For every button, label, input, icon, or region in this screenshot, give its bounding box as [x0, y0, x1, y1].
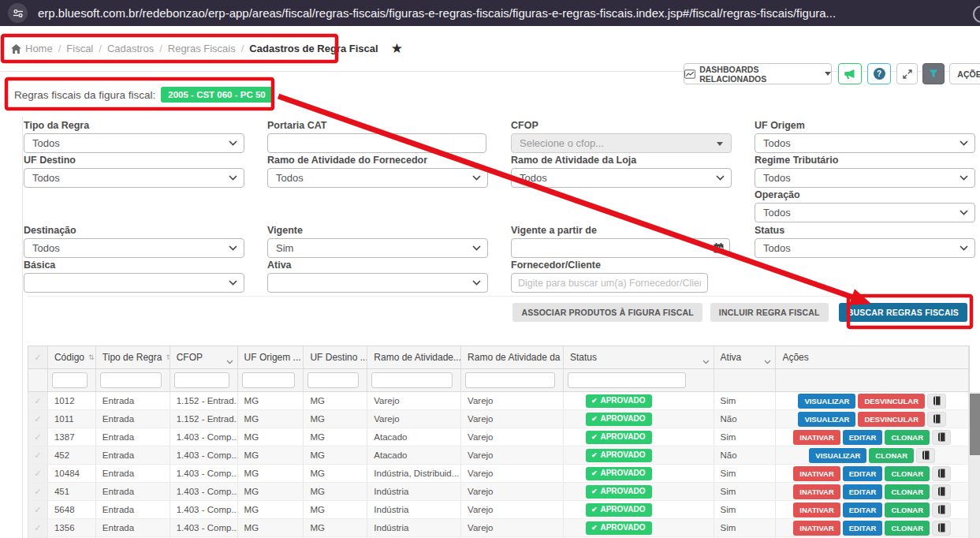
col-header-codigo[interactable]: Código⇅: [48, 346, 96, 368]
clonar-button[interactable]: CLONAR: [885, 466, 930, 481]
regime-tributario-select[interactable]: Todos: [755, 168, 975, 188]
operacao-select[interactable]: Todos: [755, 203, 975, 222]
desvincular-button[interactable]: DESVINCULAR: [858, 394, 925, 409]
cfop-select[interactable]: Selecione o cfop...: [511, 133, 732, 153]
col-header-status[interactable]: Status: [564, 346, 714, 368]
clonar-button[interactable]: CLONAR: [869, 448, 914, 463]
col-header-cfop[interactable]: CFOP: [170, 346, 238, 368]
url-text[interactable]: erp.bluesoft.com.br/redebonzao/erp-app/a…: [38, 0, 836, 26]
fornecedor-cliente-input[interactable]: [511, 273, 708, 293]
audit-log-button[interactable]: [932, 503, 951, 517]
destinacao-select[interactable]: Todos: [24, 238, 244, 258]
row-checkbox[interactable]: ✓: [28, 483, 48, 500]
destinacao-label: Destinação: [24, 225, 243, 236]
editar-button[interactable]: EDITAR: [843, 484, 883, 499]
announcements-button[interactable]: [838, 63, 862, 84]
uf-destino-select[interactable]: Todos: [24, 168, 244, 188]
col-header-ativa[interactable]: Ativa: [714, 346, 777, 368]
favorite-star-icon[interactable]: ★: [391, 40, 403, 57]
col-header-uf-origem[interactable]: UF Origem ...: [238, 346, 304, 368]
incluir-regra-button[interactable]: INCLUIR REGRA FISCAL: [710, 303, 829, 322]
cell-acoes: INATIVAREDITARCLONAR: [776, 483, 969, 500]
row-checkbox[interactable]: ✓: [28, 410, 48, 428]
help-button[interactable]: ?: [867, 63, 891, 84]
col-filter-ramo-atividade-fornecedor: [367, 369, 461, 391]
col-filter-input-tipo-de-regra[interactable]: [100, 372, 162, 388]
inativar-button[interactable]: INATIVAR: [793, 466, 840, 481]
uf-origem-select[interactable]: Todos: [755, 133, 975, 153]
row-checkbox[interactable]: ✓: [28, 519, 48, 536]
row-checkbox[interactable]: ✓: [28, 501, 48, 518]
inativar-button[interactable]: INATIVAR: [793, 430, 840, 445]
col-header-uf-destino[interactable]: UF Destino ...: [304, 346, 367, 368]
chevron-down-icon: [229, 175, 237, 181]
col-header-tipo-de-regra[interactable]: Tipo de Regra⇅: [96, 346, 170, 368]
inativar-button[interactable]: INATIVAR: [793, 503, 840, 517]
check-icon: ✔: [591, 487, 598, 496]
acoes-button[interactable]: AÇÕES: [949, 63, 980, 84]
audit-log-button[interactable]: [932, 466, 951, 481]
audit-log-button[interactable]: [932, 484, 951, 499]
audit-log-button[interactable]: [927, 394, 946, 409]
col-filter-input-ramo-atividade-loja[interactable]: [465, 372, 555, 388]
audit-log-button[interactable]: [932, 430, 951, 445]
vigente-a-partir-de-input[interactable]: [511, 238, 730, 258]
associar-produtos-button[interactable]: ASSOCIAR PRODUTOS À FIGURA FISCAL: [512, 303, 702, 322]
portaria-cat-input[interactable]: [267, 133, 486, 153]
vigente-select[interactable]: Sim: [267, 238, 488, 258]
clonar-button[interactable]: CLONAR: [885, 521, 930, 536]
row-checkbox[interactable]: ✓: [28, 465, 48, 482]
visualizar-button[interactable]: VISUALIZAR: [809, 448, 866, 463]
col-filter-input-codigo[interactable]: [52, 372, 88, 388]
dashboards-relacionados-button[interactable]: DASHBOARDS RELACIONADOS: [684, 63, 832, 84]
tipo-da-regra-select[interactable]: Todos: [24, 133, 244, 153]
col-header-select[interactable]: ✓: [28, 346, 48, 368]
clonar-button[interactable]: CLONAR: [885, 484, 930, 499]
editar-button[interactable]: EDITAR: [843, 521, 883, 536]
breadcrumb-home[interactable]: Home: [25, 43, 53, 54]
status-select[interactable]: Todos: [755, 238, 975, 258]
clonar-button[interactable]: CLONAR: [885, 503, 930, 517]
inativar-button[interactable]: INATIVAR: [793, 484, 840, 499]
audit-log-button[interactable]: [916, 448, 935, 463]
ativa-select[interactable]: [267, 273, 488, 293]
buscar-regras-button[interactable]: BUSCAR REGRAS FISCAIS: [839, 303, 967, 322]
audit-log-button[interactable]: [927, 412, 946, 427]
col-header-ramo-atividade-fornecedor[interactable]: Ramo de Atividade...: [367, 346, 461, 368]
col-filter-input-uf-destino[interactable]: [307, 372, 359, 388]
vigente-value: Sim: [276, 242, 293, 254]
basica-select[interactable]: [24, 273, 244, 293]
col-filter-input-status[interactable]: [568, 372, 686, 388]
fullscreen-button[interactable]: [896, 63, 918, 84]
row-checkbox[interactable]: ✓: [28, 446, 48, 464]
col-header-acoes[interactable]: Ações: [776, 346, 969, 368]
editar-button[interactable]: EDITAR: [843, 466, 883, 481]
col-filter-input-cfop[interactable]: [174, 372, 229, 388]
chevron-down-icon: [960, 245, 968, 251]
cell-codigo: 452: [48, 446, 96, 464]
inativar-button[interactable]: INATIVAR: [793, 521, 840, 536]
clonar-button[interactable]: CLONAR: [885, 430, 930, 445]
col-filter-input-uf-origem[interactable]: [242, 372, 296, 388]
desvincular-button[interactable]: DESVINCULAR: [858, 412, 925, 427]
browser-avatar-icon[interactable]: [973, 6, 980, 23]
calendar-icon[interactable]: [714, 243, 724, 253]
ramo-fornecedor-select[interactable]: Todos: [267, 168, 488, 188]
site-settings-icon[interactable]: [8, 3, 28, 23]
col-header-ramo-atividade-loja[interactable]: Ramo de Atividade da L...: [461, 346, 564, 368]
visualizar-button[interactable]: VISUALIZAR: [798, 394, 855, 409]
breadcrumb-fiscal[interactable]: Fiscal: [66, 43, 93, 54]
editar-button[interactable]: EDITAR: [843, 430, 883, 445]
audit-log-button[interactable]: [932, 521, 951, 536]
row-checkbox[interactable]: ✓: [28, 392, 48, 409]
filter-toggle-button[interactable]: [922, 63, 945, 84]
editar-button[interactable]: EDITAR: [843, 503, 883, 517]
table-scrollbar[interactable]: [970, 392, 980, 538]
breadcrumb-regras-fiscais[interactable]: Regras Fiscais: [168, 43, 236, 54]
row-checkbox[interactable]: ✓: [28, 428, 48, 446]
scrollbar-thumb[interactable]: [970, 394, 980, 455]
col-filter-input-ramo-atividade-fornecedor[interactable]: [371, 372, 453, 388]
visualizar-button[interactable]: VISUALIZAR: [798, 412, 855, 427]
ramo-loja-select[interactable]: Todos: [511, 168, 732, 188]
breadcrumb-cadastros[interactable]: Cadastros: [107, 43, 154, 54]
